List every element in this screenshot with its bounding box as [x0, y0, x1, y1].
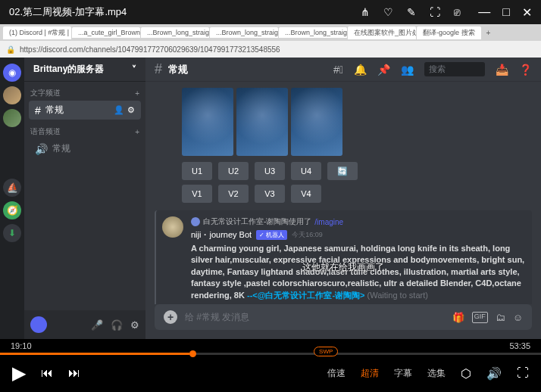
share-icon[interactable]: ⋔: [361, 6, 370, 18]
bot-tag: ✓ 机器人: [256, 230, 287, 240]
generated-image: [236, 88, 288, 156]
pinned-icon[interactable]: 📌: [377, 64, 390, 76]
upscale-button[interactable]: U2: [218, 162, 249, 180]
note-icon[interactable]: ✎: [407, 6, 416, 18]
members-icon[interactable]: 👥: [401, 64, 414, 76]
cast-icon[interactable]: ⎚: [454, 6, 460, 18]
guild-icon[interactable]: ⛵: [3, 179, 21, 197]
guild-icon[interactable]: [3, 109, 21, 127]
attach-icon[interactable]: +: [164, 310, 177, 324]
volume-icon[interactable]: 🔊: [486, 366, 502, 381]
guild-list: ◉ 的服务器 的服务 ⛵ 🧭 ⬇: [0, 58, 24, 339]
channel-name: 常规: [168, 63, 327, 76]
subtitle-overlay: 这他就在给我画画了: [302, 261, 384, 274]
new-tab-button[interactable]: +: [482, 29, 496, 37]
browser-tabs: (1) Discord | #常规 | Brittany的... ...a_cu…: [0, 24, 541, 41]
variation-button[interactable]: V3: [255, 185, 285, 203]
fullscreen-icon[interactable]: ⛶: [517, 366, 529, 380]
deafen-icon[interactable]: 🎧: [111, 319, 123, 331]
browser-tab[interactable]: ...Brown_long_straight_hair_mo...: [279, 27, 347, 38]
heart-icon[interactable]: ♡: [383, 6, 393, 18]
total-time: 53:35: [509, 341, 530, 350]
message: 白无常设计工作室-谢陶陶使用了 /imagine niji・journey Bo…: [155, 210, 532, 304]
minimize-icon[interactable]: —: [478, 5, 490, 20]
subtitle-button[interactable]: 字幕: [394, 367, 412, 380]
variation-button[interactable]: V1: [182, 185, 212, 203]
search-input[interactable]: 搜索: [424, 62, 485, 76]
download-icon[interactable]: ⬇: [3, 224, 21, 242]
settings-icon[interactable]: ⬡: [461, 366, 471, 381]
expand-icon[interactable]: ⛶: [430, 6, 440, 18]
discord-home-icon[interactable]: ◉: [3, 64, 21, 82]
hash-icon: #: [155, 61, 162, 77]
reroll-button[interactable]: 🔄: [327, 162, 358, 180]
browser-tab[interactable]: 翻译-google 搜索: [417, 26, 481, 39]
emoji-icon[interactable]: ☺: [513, 312, 523, 323]
browser-tab[interactable]: (1) Discord | #常规 | Brittany的...: [3, 26, 71, 39]
generated-image: [291, 88, 342, 156]
server-name: Brittany的服务器: [33, 63, 104, 76]
generated-image: [182, 88, 233, 156]
message-author[interactable]: niji・journey Bot: [191, 229, 252, 241]
variation-button[interactable]: V2: [218, 185, 249, 203]
gift-icon[interactable]: 🎁: [452, 312, 464, 323]
channel-item[interactable]: # 常规 👤⚙: [29, 101, 141, 120]
address-url[interactable]: https://discord.com/channels/10479917727…: [20, 45, 535, 54]
guild-icon[interactable]: [3, 86, 21, 104]
add-channel-icon[interactable]: +: [135, 89, 139, 98]
input-placeholder: 给 #常规 发消息: [185, 311, 445, 324]
sticker-icon[interactable]: 🗂: [496, 312, 505, 323]
user-settings-icon[interactable]: ⚙: [130, 319, 139, 331]
next-button[interactable]: ⏭: [68, 366, 80, 380]
channel-item[interactable]: 🔊 常规: [29, 139, 141, 158]
reply-avatar-icon: [191, 217, 200, 226]
speed-button[interactable]: 倍速: [327, 367, 346, 380]
mute-icon[interactable]: 🎤: [91, 319, 103, 331]
channel-category[interactable]: 文字频道+: [24, 82, 145, 100]
channel-category[interactable]: 语音频道+: [24, 120, 145, 138]
image-grid[interactable]: [182, 88, 532, 156]
prev-button[interactable]: ⏮: [41, 366, 53, 380]
user-panel: 🎤 🎧 ⚙: [24, 310, 145, 339]
explore-icon[interactable]: 🧭: [3, 201, 21, 219]
gif-icon[interactable]: GIF: [472, 312, 488, 323]
chevron-down-icon: ˅: [132, 64, 136, 75]
notifications-icon[interactable]: 🔔: [354, 64, 367, 76]
lock-icon: 🔒: [6, 45, 15, 54]
variation-button[interactable]: V4: [291, 185, 321, 203]
help-icon[interactable]: ❓: [519, 64, 532, 76]
current-time: 19:10: [11, 341, 32, 350]
upscale-button[interactable]: U1: [182, 162, 212, 180]
maximize-icon[interactable]: □: [502, 5, 510, 20]
browser-tab[interactable]: ...a_cute_girl_Brown_long_strai...: [72, 27, 140, 38]
speaker-icon: 🔊: [35, 143, 48, 155]
progress-bar[interactable]: SWP: [0, 353, 541, 355]
message-input[interactable]: + 给 #常规 发消息 🎁 GIF 🗂 ☺: [155, 304, 532, 330]
message-time: 今天16:09: [292, 230, 323, 240]
browser-tab[interactable]: 在线图案软件_图片处理平台 | ...: [348, 26, 416, 39]
bot-avatar[interactable]: [162, 216, 183, 238]
browser-tab[interactable]: ...Brown_long_straight_hair_mo...: [210, 27, 278, 38]
window-title: 02.第二周视频-加字幕.mp4: [9, 5, 361, 19]
upscale-button[interactable]: U3: [255, 162, 285, 180]
episodes-button[interactable]: 选集: [427, 367, 446, 380]
upscale-button[interactable]: U4: [291, 162, 321, 180]
play-button[interactable]: ▶: [12, 362, 26, 384]
server-header[interactable]: Brittany的服务器 ˅: [24, 58, 145, 82]
quality-button[interactable]: 超清: [361, 367, 379, 380]
close-icon[interactable]: ✕: [522, 5, 532, 20]
inbox-icon[interactable]: 📥: [496, 64, 508, 76]
user-avatar[interactable]: [30, 316, 47, 333]
hash-icon: #: [35, 104, 41, 117]
settings-icon[interactable]: ⚙: [127, 105, 135, 115]
browser-tab[interactable]: ...Brown_long_straight_hair_mo...: [141, 27, 209, 38]
reply-reference[interactable]: 白无常设计工作室-谢陶陶使用了 /imagine: [191, 216, 526, 227]
swp-badge: SWP: [314, 347, 338, 356]
threads-icon[interactable]: #⃣: [333, 64, 343, 76]
add-channel-icon[interactable]: +: [135, 128, 139, 136]
invite-icon[interactable]: 👤: [114, 105, 124, 115]
